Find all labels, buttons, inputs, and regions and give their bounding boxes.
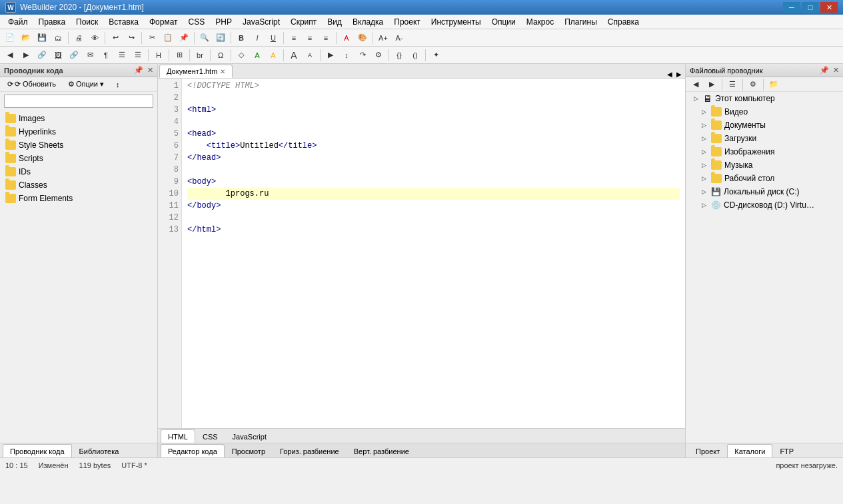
br-button[interactable]: br <box>193 49 207 62</box>
file-tree-item-documents[interactable]: ▷ Документы <box>686 119 843 132</box>
list-button[interactable]: ☰ <box>115 49 129 62</box>
font-large-button[interactable]: A <box>287 49 301 62</box>
expand-icon[interactable]: ▷ <box>699 121 708 130</box>
tab-horiz-split[interactable]: Гориз. разбиение <box>273 444 347 457</box>
file-tree-item-desktop[interactable]: ▷ Рабочий стол <box>686 172 843 185</box>
expand-icon[interactable]: ▷ <box>699 200 708 210</box>
code-search-box[interactable] <box>4 95 153 108</box>
forward-button[interactable]: ▶ <box>19 49 33 62</box>
refresh-button[interactable]: ⟳ ⟳ Обновить <box>3 79 61 91</box>
code-editor[interactable]: <!DOCTYPE HTML> <html> <head> <title>Unt… <box>182 79 685 428</box>
menu-search[interactable]: Поиск <box>71 15 103 29</box>
file-tree-item-downloads[interactable]: ▷ Загрузки <box>686 132 843 145</box>
font-small-button[interactable]: A <box>303 49 317 62</box>
cursor2-button[interactable]: ↕ <box>339 49 354 62</box>
file-settings-btn[interactable]: ⚙ <box>746 78 760 91</box>
file-tree-item-music[interactable]: ▷ Музыка <box>686 158 843 172</box>
tree-item-stylesheets[interactable]: Style Sheets <box>0 138 157 152</box>
file-tree-item-computer[interactable]: ▷ 🖥 Этот компьютер <box>686 92 843 105</box>
menu-css[interactable]: CSS <box>183 15 211 29</box>
align-center-button[interactable]: ≡ <box>303 31 317 45</box>
tab-library[interactable]: Библиотека <box>72 444 127 457</box>
tab-code-editor[interactable]: Редактор кода <box>161 444 225 457</box>
maximize-button[interactable]: □ <box>802 2 819 13</box>
expand-icon[interactable]: ▷ <box>699 134 708 143</box>
tab-close-button[interactable]: ✕ <box>220 68 225 75</box>
bgcolor-button[interactable]: 🎨 <box>355 31 370 45</box>
expand-icon[interactable]: ▷ <box>691 94 700 103</box>
file-tree-item-drive-c[interactable]: ▷ 💾 Локальный диск (C:) <box>686 185 843 198</box>
menu-project[interactable]: Проект <box>389 15 426 29</box>
underline-button[interactable]: U <box>266 31 281 45</box>
tab-code-explorer[interactable]: Проводник кода <box>3 444 72 457</box>
indent-button[interactable]: ↷ <box>355 49 370 62</box>
heading-button[interactable]: H <box>151 49 166 62</box>
curly-btn[interactable]: {} <box>392 49 407 62</box>
right-pin-icon[interactable]: 📌 <box>820 66 829 75</box>
editor-tab-document1[interactable]: Документ1.htm ✕ <box>159 65 233 78</box>
tree-item-images[interactable]: Images <box>0 112 157 125</box>
font-size-inc-button[interactable]: A+ <box>376 31 391 45</box>
menu-file[interactable]: Файл <box>3 15 33 29</box>
redo-button[interactable]: ↪ <box>124 31 139 45</box>
menu-edit[interactable]: Правка <box>33 15 71 29</box>
tab-nav-right[interactable]: ▶ <box>674 71 684 78</box>
link-button[interactable]: 🔗 <box>67 49 81 62</box>
file-view-btn[interactable]: ☰ <box>725 78 740 91</box>
tree-item-form-elements[interactable]: Form Elements <box>0 192 157 205</box>
close-panel-button[interactable]: ✕ <box>147 66 153 75</box>
menu-tools[interactable]: Инструменты <box>426 15 486 29</box>
back-button[interactable]: ◀ <box>3 49 17 62</box>
file-tree-item-video[interactable]: ▷ Видео <box>686 105 843 119</box>
tab-ftp[interactable]: FTP <box>772 444 801 457</box>
new-file-button[interactable]: 📄 <box>3 31 17 45</box>
email-button[interactable]: ✉ <box>83 49 97 62</box>
image-button[interactable]: 🖼 <box>51 49 65 62</box>
minimize-button[interactable]: ─ <box>783 2 800 13</box>
tab-css[interactable]: CSS <box>195 429 225 443</box>
tag-button[interactable]: ◇ <box>234 49 249 62</box>
extra-btn[interactable]: ✦ <box>428 49 443 62</box>
expand-icon[interactable]: ▷ <box>699 107 708 117</box>
menu-script[interactable]: Скрипт <box>285 15 322 29</box>
font-size-dec-button[interactable]: A- <box>392 31 407 45</box>
tab-nav-left[interactable]: ◀ <box>665 71 674 78</box>
print-button[interactable]: 🖨 <box>71 31 86 45</box>
tab-preview[interactable]: Просмотр <box>225 444 273 457</box>
align-left-button[interactable]: ≡ <box>287 31 301 45</box>
menu-options[interactable]: Опции <box>486 15 521 29</box>
file-tree-item-drive-d[interactable]: ▷ 💿 CD-дисковод (D:) VirtualBox Gue... <box>686 198 843 212</box>
close-button[interactable]: ✕ <box>820 2 838 13</box>
bookmark-button[interactable]: 🔗 <box>35 49 49 62</box>
open-file-button[interactable]: 📂 <box>19 31 33 45</box>
tab-javascript[interactable]: JavaScript <box>225 429 274 443</box>
menu-tab[interactable]: Вкладка <box>347 15 389 29</box>
tab-vert-split[interactable]: Верт. разбиение <box>347 444 417 457</box>
paste-button[interactable]: 📌 <box>177 31 191 45</box>
cut-button[interactable]: ✂ <box>145 31 159 45</box>
undo-button[interactable]: ↩ <box>108 31 123 45</box>
file-nav-back[interactable]: ◀ <box>688 78 703 91</box>
sort-button[interactable]: ↕ <box>111 79 125 91</box>
list2-button[interactable]: ☰ <box>131 49 145 62</box>
color2-button[interactable]: A <box>250 49 265 62</box>
preview-button[interactable]: 👁 <box>87 31 102 45</box>
menu-insert[interactable]: Вставка <box>103 15 144 29</box>
save-all-button[interactable]: 🗂 <box>51 31 65 45</box>
tree-item-ids[interactable]: IDs <box>0 165 157 178</box>
tool2-button[interactable]: ⚙ <box>371 49 386 62</box>
paragraph-button[interactable]: ¶ <box>99 49 113 62</box>
menu-macro[interactable]: Макрос <box>521 15 559 29</box>
table-button[interactable]: ⊞ <box>172 49 187 62</box>
menu-javascript[interactable]: JavaScript <box>237 15 285 29</box>
copy-button[interactable]: 📋 <box>161 31 175 45</box>
tree-item-scripts[interactable]: Scripts <box>0 152 157 165</box>
menu-format[interactable]: Формат <box>144 15 183 29</box>
expand-icon[interactable]: ▷ <box>699 174 708 183</box>
expand-icon[interactable]: ▷ <box>699 147 708 156</box>
expand-icon[interactable]: ▷ <box>699 160 708 170</box>
br2-button[interactable]: ▶ <box>323 49 338 62</box>
paren-btn[interactable]: () <box>408 49 422 62</box>
menu-plugins[interactable]: Плагины <box>559 15 602 29</box>
italic-button[interactable]: I <box>250 31 265 45</box>
